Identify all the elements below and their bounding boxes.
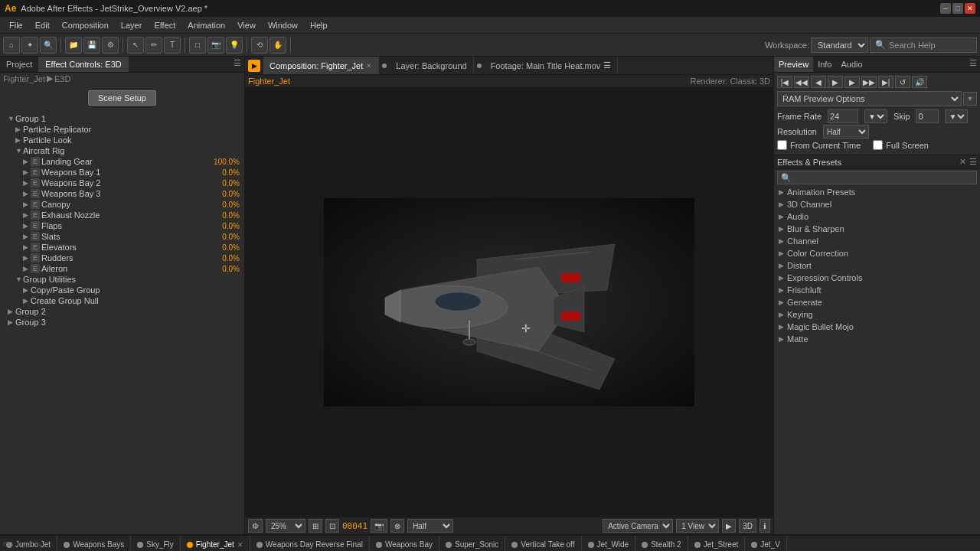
menu-animation[interactable]: Animation: [181, 19, 231, 31]
menu-view[interactable]: View: [231, 19, 262, 31]
prev-back-btn[interactable]: ◀◀: [794, 76, 809, 88]
prev-play-btn[interactable]: ▶: [828, 76, 843, 88]
prev-loop-btn[interactable]: ↺: [895, 76, 910, 88]
scene-setup-button[interactable]: Scene Setup: [88, 90, 156, 106]
tree-weapons-bay-1[interactable]: ▶ E Weapons Bay 1 0.0%: [0, 167, 244, 178]
viewer-3d-btn[interactable]: 3D: [739, 519, 756, 533]
prev-step-back-btn[interactable]: ◀: [811, 76, 826, 88]
timeline-tab-weapons-bays[interactable]: Weapons Bays: [57, 536, 131, 551]
toolbar-star-btn[interactable]: ✦: [21, 37, 38, 54]
timeline-tab-weapons-bay[interactable]: Weapons Bay: [370, 536, 439, 551]
prev-step-fwd-btn[interactable]: ▶: [844, 76, 860, 88]
effects-menu-btn[interactable]: ☰: [969, 157, 977, 167]
prev-mute-btn[interactable]: 🔊: [912, 76, 927, 88]
zoom-select[interactable]: 25%50%100%: [266, 519, 305, 533]
tab-audio[interactable]: Audio: [836, 57, 867, 72]
menu-file[interactable]: File: [3, 19, 29, 31]
timeline-tab-stealth-2[interactable]: Stealth 2: [635, 536, 688, 551]
viewer-cam-btn[interactable]: 📷: [371, 519, 387, 533]
timeline-tab-sky-fly[interactable]: Sky_Fly: [131, 536, 181, 551]
value-weapons-bay-1[interactable]: 0.0%: [222, 168, 243, 177]
viewer-fit-btn[interactable]: ⊞: [309, 519, 322, 533]
value-weapons-bay-3[interactable]: 0.0%: [222, 190, 243, 198]
comp-tab-footage-menu[interactable]: ☰: [603, 60, 611, 70]
toolbar-search-btn[interactable]: 🔍: [40, 37, 57, 54]
frame-rate-arrow[interactable]: ▼: [864, 109, 887, 123]
ram-preview-arrow[interactable]: ▼: [963, 92, 977, 106]
value-aileron[interactable]: 0.0%: [222, 265, 243, 273]
toolbar-light-btn[interactable]: 💡: [226, 37, 243, 54]
tree-rudders[interactable]: ▶ E Rudders 0.0%: [0, 253, 244, 263]
toolbar-shape-btn[interactable]: □: [189, 37, 206, 54]
value-canopy[interactable]: 0.0%: [222, 201, 243, 209]
tree-aileron[interactable]: ▶ E Aileron 0.0%: [0, 263, 244, 274]
prev-last-btn[interactable]: ▶|: [878, 76, 893, 88]
tab-effect-controls[interactable]: Effect Controls: E3D: [39, 57, 128, 72]
tree-canopy[interactable]: ▶ E Canopy 0.0%: [0, 199, 244, 210]
tree-particle-replicator[interactable]: ▶ Particle Replicator: [0, 124, 244, 135]
viewer-settings-btn[interactable]: ⚙: [248, 519, 263, 533]
toolbar-pan-btn[interactable]: ✋: [270, 37, 286, 54]
toolbar-save-btn[interactable]: 💾: [83, 37, 100, 54]
frame-rate-input[interactable]: [828, 109, 858, 123]
full-screen-checkbox[interactable]: [873, 140, 883, 150]
toolbar-orbit-btn[interactable]: ⟲: [251, 37, 268, 54]
tree-exhaust-nozzle[interactable]: ▶ E Exhaust Nozzle 0.0%: [0, 210, 244, 220]
skip-arrow[interactable]: ▼: [945, 109, 968, 123]
tab-project[interactable]: Project: [0, 57, 39, 72]
workspace-select[interactable]: Standard: [811, 37, 868, 53]
menu-edit[interactable]: Edit: [29, 19, 56, 31]
value-flaps[interactable]: 0.0%: [222, 222, 243, 230]
tree-elevators[interactable]: ▶ E Elevators 0.0%: [0, 242, 244, 253]
timeline-tab-jet-wide[interactable]: Jet_Wide: [582, 536, 636, 551]
comp-tab-fighter-jet[interactable]: Composition: Fighter_Jet ✕: [263, 57, 379, 75]
menu-layer[interactable]: Layer: [115, 19, 149, 31]
viewer-info-btn[interactable]: ℹ: [760, 519, 770, 533]
timecode-display[interactable]: 00041: [342, 521, 368, 531]
effect-magic-bullet-mojo[interactable]: ▶ Magic Bullet Mojo: [774, 321, 980, 333]
value-slats[interactable]: 0.0%: [222, 233, 243, 241]
toolbar-home-btn[interactable]: ⌂: [3, 37, 20, 54]
tab-preview[interactable]: Preview: [774, 57, 813, 72]
effects-search-input[interactable]: [777, 171, 977, 184]
value-weapons-bay-2[interactable]: 0.0%: [222, 179, 243, 187]
tree-aircraft-rig[interactable]: ▼ Aircraft Rig: [0, 145, 244, 156]
tree-weapons-bay-2[interactable]: ▶ E Weapons Bay 2 0.0%: [0, 178, 244, 188]
tab-info[interactable]: Info: [813, 57, 836, 72]
effect-3d-channel[interactable]: ▶ 3D Channel: [774, 198, 980, 210]
left-panel-menu-btn[interactable]: ☰: [230, 57, 244, 72]
viewer-snap-btn[interactable]: ⊡: [325, 519, 339, 533]
menu-help[interactable]: Help: [304, 19, 334, 31]
toolbar-settings-btn[interactable]: ⚙: [102, 37, 119, 54]
maximize-button[interactable]: □: [952, 3, 963, 14]
tree-group-3[interactable]: ▶ Group 3: [0, 317, 244, 328]
tree-weapons-bay-3[interactable]: ▶ E Weapons Bay 3 0.0%: [0, 188, 244, 199]
minimize-button[interactable]: ─: [940, 3, 951, 14]
effects-close-btn[interactable]: ✕: [959, 157, 966, 167]
menu-effect[interactable]: Effect: [148, 19, 181, 31]
tree-flaps[interactable]: ▶ E Flaps 0.0%: [0, 220, 244, 231]
timeline-tab-jet-street[interactable]: Jet_Street: [688, 536, 746, 551]
ram-preview-select[interactable]: RAM Preview Options: [777, 91, 962, 106]
comp-tab-background[interactable]: Layer: Background: [390, 57, 473, 75]
tree-group-1[interactable]: ▼ Group 1: [0, 113, 244, 124]
viewer-render-btn[interactable]: ▶: [722, 519, 736, 533]
close-button[interactable]: ✕: [965, 3, 975, 14]
value-landing-gear[interactable]: 100.0%: [214, 158, 243, 166]
effect-blur-sharpen[interactable]: ▶ Blur & Sharpen: [774, 223, 980, 235]
value-elevators[interactable]: 0.0%: [222, 243, 243, 252]
right-panel-menu[interactable]: ☰: [966, 57, 980, 72]
value-exhaust-nozzle[interactable]: 0.0%: [222, 211, 243, 220]
view-select[interactable]: 1 View: [676, 519, 719, 533]
prev-fwd-btn[interactable]: ▶▶: [861, 76, 877, 88]
fighter-jet-close[interactable]: ✕: [237, 541, 243, 549]
effect-distort[interactable]: ▶ Distort: [774, 259, 980, 272]
effect-frischluft[interactable]: ▶ Frischluft: [774, 284, 980, 296]
timeline-tab-weapons-day[interactable]: Weapons Day Reverse Final: [250, 536, 370, 551]
effect-animation-presets[interactable]: ▶ Animation Presets: [774, 186, 980, 198]
tree-copy-paste-group[interactable]: ▶ Copy/Paste Group: [0, 285, 244, 295]
timeline-tab-super-sonic[interactable]: Super_Sonic: [439, 536, 505, 551]
menu-window[interactable]: Window: [262, 19, 304, 31]
skip-input[interactable]: [916, 109, 939, 123]
toolbar-pen-btn[interactable]: ✏: [145, 37, 162, 54]
